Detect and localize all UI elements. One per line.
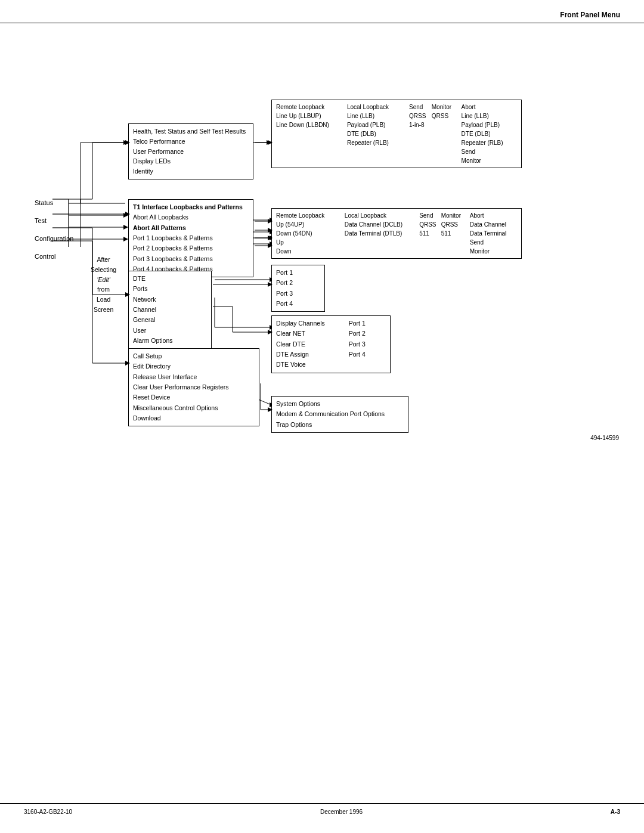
remote2-row1: Up (54UP) Data Channel (DCLB) QRSS QRSS …	[276, 220, 517, 229]
ports-line1: Port 1	[276, 268, 320, 278]
nav-test: Test	[35, 214, 73, 227]
t1-line4: Port 1 Loopbacks & Patterns	[133, 233, 249, 243]
system-line1: System Options	[276, 399, 404, 409]
footer-right: A-3	[611, 809, 620, 815]
control-line1: Call Setup	[133, 351, 255, 361]
left-nav: Status Test Configuration Control	[35, 196, 73, 263]
box-remote2: Remote Loopback Local Loopback Send Moni…	[271, 208, 522, 259]
svg-marker-8	[123, 140, 128, 145]
system-line2: Modem & Communication Port Options	[276, 409, 404, 419]
nav-control: Control	[35, 250, 73, 263]
remote2-row4: Down Monitor	[276, 247, 517, 256]
ports-line2: Port 2	[276, 278, 320, 288]
ports-line4: Port 4	[276, 299, 320, 309]
control-line6: Miscellaneous Control Options	[133, 403, 255, 413]
part-number: 494-14599	[590, 435, 619, 441]
status-line1: Health, Test Status and Self Test Result…	[133, 126, 249, 137]
t1-line1: T1 Interface Loopbacks and Patterns	[133, 202, 249, 212]
page-footer: 3160-A2-GB22-10 December 1996 A-3	[0, 803, 644, 815]
config-line4: Channel	[133, 305, 207, 315]
control-line2: Edit Directory	[133, 361, 255, 371]
remote1-row5: Send	[276, 147, 517, 156]
box-ports: Port 1 Port 2 Port 3 Port 4	[271, 265, 325, 312]
t1-line3: Abort All Patterns	[133, 223, 249, 233]
snmp-col2-1: Port 1	[349, 318, 366, 329]
remote1-row1: Line Up (LLBUP) Line (LLB) QRSS QRSS Lin…	[276, 112, 517, 120]
diagram-area: Status Test Configuration Control After …	[0, 23, 644, 786]
svg-line-40	[69, 143, 127, 199]
config-line5: General	[133, 315, 207, 325]
remote1-row4: Repeater (RLB) Repeater (RLB)	[276, 138, 517, 147]
config-line7: Alarm Options	[133, 336, 207, 346]
config-line3: Network	[133, 295, 207, 305]
snmp-col1-4: DTE Assign	[276, 349, 325, 360]
status-line4: Display LEDs	[133, 156, 249, 166]
header-title: Front Panel Menu	[560, 11, 620, 19]
footer-center: December 1996	[320, 809, 363, 815]
remote1-row6: Monitor	[276, 156, 517, 165]
snmp-col1-1: Display Channels	[276, 318, 325, 329]
remote1-header: Remote Loopback Local Loopback Send Moni…	[276, 103, 517, 112]
remote1-table: Remote Loopback Local Loopback Send Moni…	[276, 103, 517, 165]
snmp-col2-2: Port 2	[349, 329, 366, 339]
snmp-col1-2: Clear NET	[276, 329, 325, 339]
snmp-col1-5: DTE Voice	[276, 360, 325, 370]
t1-line5: Port 2 Loopbacks & Patterns	[133, 243, 249, 253]
remote2-row3: Up Send	[276, 238, 517, 247]
box-config: DTE Ports Network Channel General User A…	[128, 271, 212, 360]
control-line5: Reset Device	[133, 392, 255, 402]
remote2-header: Remote Loopback Local Loopback Send Moni…	[276, 211, 517, 220]
config-line2: Ports	[133, 284, 207, 294]
box-control: Call Setup Edit Directory Release User I…	[128, 348, 259, 426]
status-line3: User Performance	[133, 147, 249, 157]
box-status: Health, Test Status and Self Test Result…	[128, 123, 253, 179]
svg-marker-15	[123, 237, 128, 241]
status-line5: Identity	[133, 166, 249, 176]
box-system: System Options Modem & Communication Por…	[271, 396, 408, 433]
system-line3: Trap Options	[276, 420, 404, 430]
svg-marker-13	[123, 225, 128, 230]
after-selecting-label: After Selecting 'Edit' from Load Screen	[91, 255, 116, 315]
snmp-col2-4: Port 4	[349, 349, 366, 360]
nav-configuration: Configuration	[35, 232, 73, 245]
remote1-row3: DTE (DLB) DTE (DLB)	[276, 129, 517, 138]
svg-marker-17	[267, 140, 271, 145]
config-line1: DTE	[133, 274, 207, 284]
status-line2: Telco Performance	[133, 137, 249, 147]
box-snmp: Display Channels Clear NET Clear DTE DTE…	[271, 315, 391, 373]
remote1-row2: Line Down (LLBDN) Payload (PLB) 1-in-8 P…	[276, 120, 517, 129]
box-t1: T1 Interface Loopbacks and Patterns Abor…	[128, 199, 253, 277]
svg-line-73	[261, 383, 270, 410]
control-line4: Clear User Performance Registers	[133, 382, 255, 392]
control-line3: Release User Interface	[133, 372, 255, 382]
ports-line3: Port 3	[276, 289, 320, 299]
box-remote1: Remote Loopback Local Loopback Send Moni…	[271, 100, 522, 168]
page-header: Front Panel Menu	[0, 0, 644, 23]
control-line7: Download	[133, 413, 255, 423]
svg-marker-11	[123, 213, 128, 218]
nav-status: Status	[35, 196, 73, 209]
config-line6: User	[133, 326, 207, 336]
snmp-col2-3: Port 3	[349, 339, 366, 349]
snmp-col1-3: Clear DTE	[276, 339, 325, 349]
svg-line-66	[255, 253, 270, 284]
footer-left: 3160-A2-GB22-10	[24, 809, 72, 815]
t1-line2: Abort All Loopbacks	[133, 212, 249, 222]
t1-line6: Port 3 Loopbacks & Patterns	[133, 254, 249, 264]
remote2-table: Remote Loopback Local Loopback Send Moni…	[276, 211, 517, 256]
remote2-row2: Down (54DN) Data Terminal (DTLB) 511 511…	[276, 229, 517, 238]
